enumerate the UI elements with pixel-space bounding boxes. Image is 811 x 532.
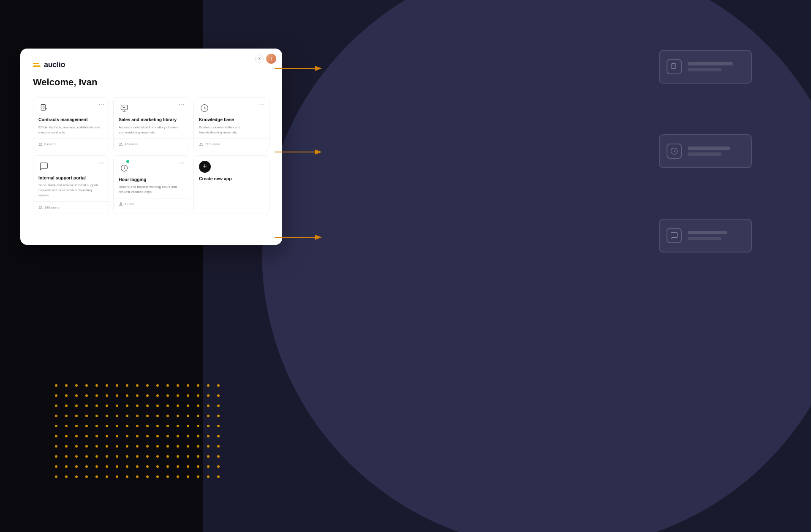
dot xyxy=(126,475,128,478)
app-card-knowledge[interactable]: ⋯ Knowledge base Guides, documentation a… xyxy=(193,97,269,151)
create-new-app-card[interactable]: + Create new app xyxy=(193,155,269,214)
dot xyxy=(126,415,128,417)
contracts-divider xyxy=(33,138,109,139)
dot xyxy=(146,455,149,458)
dot xyxy=(85,435,88,437)
app-card-sales[interactable]: ⋯ Sales and marketing library Access a c… xyxy=(113,97,189,151)
callout-box-middle xyxy=(659,134,752,168)
dot xyxy=(116,445,118,448)
dot xyxy=(166,425,169,427)
dot xyxy=(55,425,57,427)
app-card-support[interactable]: ⋯ Internal support portal Send, track an… xyxy=(33,155,109,214)
dot xyxy=(75,384,78,387)
card-menu-sales[interactable]: ⋯ xyxy=(179,102,185,108)
dot xyxy=(166,435,169,437)
dot xyxy=(75,425,78,427)
dot xyxy=(55,445,57,448)
dot xyxy=(95,455,98,458)
card-menu-hourlogging[interactable]: ⋯ xyxy=(179,160,185,166)
arrow-bottom xyxy=(275,233,325,242)
dot xyxy=(146,394,149,397)
dot xyxy=(217,455,220,458)
dot xyxy=(207,394,210,397)
dot xyxy=(197,445,199,448)
knowledge-desc: Guides, documentation and troubleshootin… xyxy=(199,125,264,135)
window-toolbar: I xyxy=(255,54,276,64)
dot xyxy=(55,394,57,397)
dot xyxy=(95,415,98,417)
hourlogging-users: 1 user xyxy=(119,202,184,206)
dot xyxy=(207,465,210,468)
dot xyxy=(177,465,179,468)
dot xyxy=(75,465,78,468)
logo: auclio xyxy=(33,60,269,69)
dot xyxy=(136,435,139,437)
app-content: auclio Welcome, Ivan ⋯ Contracts managem… xyxy=(20,49,282,224)
dot xyxy=(106,425,108,427)
dot xyxy=(95,445,98,448)
dot xyxy=(197,475,199,478)
contracts-icon xyxy=(38,103,49,114)
dot xyxy=(95,404,98,407)
user-avatar[interactable]: I xyxy=(266,54,276,64)
dot xyxy=(95,394,98,397)
dot xyxy=(177,384,179,387)
dot xyxy=(197,394,199,397)
dot xyxy=(95,384,98,387)
logo-text: auclio xyxy=(44,60,65,69)
create-new-icon: + xyxy=(199,161,211,173)
callout-top xyxy=(659,50,752,84)
card-menu-support[interactable]: ⋯ xyxy=(98,160,104,166)
dot xyxy=(187,435,189,437)
dot xyxy=(156,465,159,468)
dot xyxy=(207,425,210,427)
sales-desc: Access a centralized repository of sales… xyxy=(119,125,184,135)
knowledge-title: Knowledge base xyxy=(199,117,264,123)
dot xyxy=(217,475,220,478)
dot xyxy=(126,465,128,468)
dot xyxy=(166,394,169,397)
hour-logging-status-dot xyxy=(126,160,129,163)
welcome-title: Welcome, Ivan xyxy=(33,77,269,88)
dot xyxy=(106,384,108,387)
dot xyxy=(187,404,189,407)
dot xyxy=(106,475,108,478)
create-new-label: Create new app xyxy=(199,176,232,181)
dot xyxy=(55,465,57,468)
dot xyxy=(75,394,78,397)
dot xyxy=(75,475,78,478)
svg-point-0 xyxy=(259,58,260,59)
settings-icon[interactable] xyxy=(255,54,264,63)
card-menu-knowledge[interactable]: ⋯ xyxy=(259,102,265,108)
dot xyxy=(146,435,149,437)
dot xyxy=(187,384,189,387)
dot xyxy=(166,384,169,387)
dot xyxy=(207,404,210,407)
dot xyxy=(65,435,68,437)
callout-box-top xyxy=(659,50,752,84)
dot xyxy=(166,455,169,458)
dot xyxy=(187,425,189,427)
dot xyxy=(136,415,139,417)
dot xyxy=(65,425,68,427)
dot xyxy=(106,435,108,437)
dot xyxy=(146,415,149,417)
app-card-hourlogging[interactable]: ⋯ Hour logging Record and monitor workin… xyxy=(113,155,189,214)
app-card-contracts[interactable]: ⋯ Contracts management Efficiently track… xyxy=(33,97,109,151)
card-menu-contracts[interactable]: ⋯ xyxy=(98,102,104,108)
dot xyxy=(75,455,78,458)
dot xyxy=(106,445,108,448)
sales-title: Sales and marketing library xyxy=(119,117,184,123)
dot xyxy=(146,475,149,478)
support-icon xyxy=(38,161,49,172)
dot xyxy=(85,384,88,387)
dot xyxy=(65,404,68,407)
dot xyxy=(95,425,98,427)
dot xyxy=(217,404,220,407)
dot xyxy=(156,475,159,478)
dot xyxy=(156,425,159,427)
apps-grid: ⋯ Contracts management Efficiently track… xyxy=(33,97,269,214)
sales-icon xyxy=(119,103,130,114)
dot xyxy=(207,415,210,417)
dot xyxy=(166,475,169,478)
